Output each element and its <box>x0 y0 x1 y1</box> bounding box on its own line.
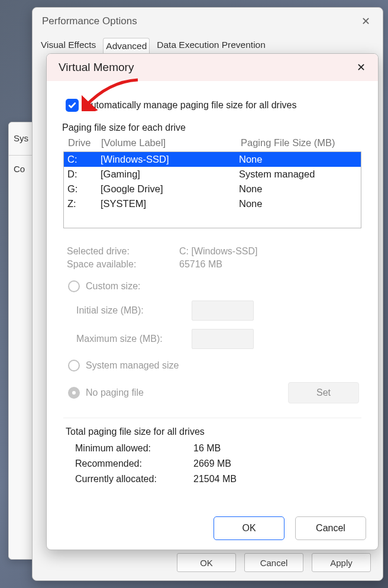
drive-row[interactable]: Z:[SYSTEM]None <box>64 196 361 211</box>
custom-size-label: Custom size: <box>86 281 140 292</box>
close-icon[interactable]: ✕ <box>352 61 370 74</box>
maximum-size-field <box>192 329 254 349</box>
totals-header: Total paging file size for all drives <box>66 427 364 437</box>
perf-ok-button[interactable]: OK <box>177 553 236 572</box>
currently-allocated-value: 21504 MB <box>193 474 237 484</box>
performance-tabs: Visual Effects Advanced Data Execution P… <box>33 37 383 54</box>
drive-row[interactable]: C:[Windows-SSD]None <box>64 152 361 167</box>
performance-options-title: Performance Options <box>42 15 137 27</box>
drive-listbox[interactable]: C:[Windows-SSD]NoneD:[Gaming]System mana… <box>63 151 361 228</box>
tab-advanced[interactable]: Advanced <box>103 38 150 55</box>
close-icon[interactable]: ✕ <box>357 15 374 28</box>
vm-cancel-button[interactable]: Cancel <box>295 516 366 540</box>
drive-list-header: Drive [Volume Label] Paging File Size (M… <box>63 135 364 150</box>
drive-row[interactable]: G:[Google Drive]None <box>64 182 361 196</box>
system-managed-label: System managed size <box>86 360 179 371</box>
drive-row[interactable]: D:[Gaming]System managed <box>64 167 361 182</box>
selected-drive-value: C: [Windows-SSD] <box>179 246 257 257</box>
selected-drive-label: Selected drive: <box>67 246 179 257</box>
initial-size-label: Initial size (MB): <box>76 305 192 316</box>
vm-ok-button[interactable]: OK <box>214 516 284 540</box>
virtual-memory-title: Virtual Memory <box>59 61 134 74</box>
no-paging-file-radio <box>68 387 80 399</box>
space-available-label: Space available: <box>67 259 179 270</box>
minimum-allowed-label: Minimum allowed: <box>75 443 193 454</box>
tab-visual-effects[interactable]: Visual Effects <box>38 37 98 54</box>
minimum-allowed-value: 16 MB <box>193 443 221 454</box>
perf-apply-button[interactable]: Apply <box>312 553 371 572</box>
recommended-value: 2669 MB <box>193 458 231 469</box>
space-available-value: 65716 MB <box>179 259 222 270</box>
tab-dep[interactable]: Data Execution Prevention <box>154 37 268 54</box>
currently-allocated-label: Currently allocated: <box>75 474 193 484</box>
auto-manage-checkbox[interactable] <box>66 99 79 112</box>
auto-manage-label: Automatically manage paging file size fo… <box>85 100 296 111</box>
no-paging-file-label: No paging file <box>86 387 144 398</box>
initial-size-field <box>192 301 254 321</box>
maximum-size-label: Maximum size (MB): <box>76 334 192 344</box>
recommended-label: Recommended: <box>75 458 193 469</box>
custom-size-radio <box>68 280 80 292</box>
perf-cancel-button[interactable]: Cancel <box>244 553 303 572</box>
drive-group-label: Paging file size for each drive <box>62 122 364 133</box>
virtual-memory-dialog: Virtual Memory ✕ Automatically manage pa… <box>46 53 379 550</box>
set-button: Set <box>288 382 359 403</box>
system-managed-radio <box>68 360 80 371</box>
